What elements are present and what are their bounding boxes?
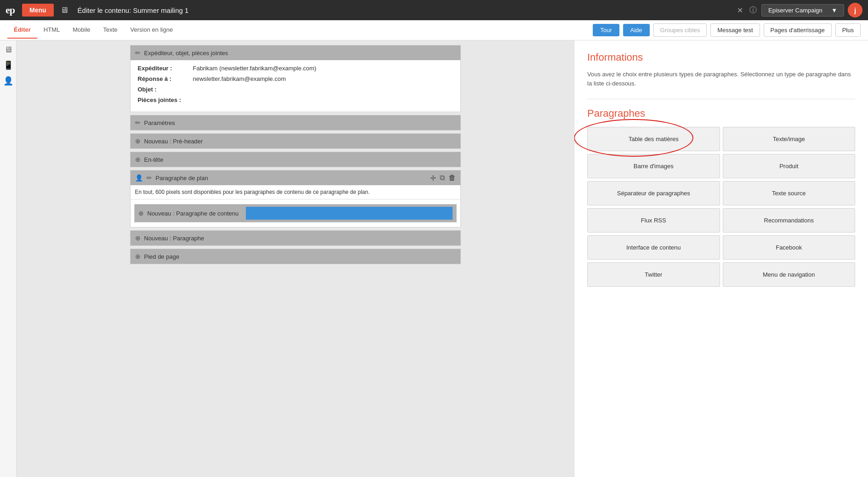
para-btn-separateur[interactable]: Séparateur de paragraphes [587, 181, 720, 205]
tab-mobile[interactable]: Mobile [66, 22, 96, 39]
nouveau-paragraphe-block: ⊕ Nouveau : Paragraphe [130, 230, 461, 246]
toolbar: Éditer HTML Mobile Texte Version en lign… [0, 20, 868, 40]
menu-button[interactable]: Menu [22, 4, 54, 17]
tour-button[interactable]: Tour [593, 24, 619, 36]
pied-page-plus-icon: ⊕ [135, 253, 141, 260]
para-btn-facebook[interactable]: Facebook [723, 235, 856, 260]
toolbar-actions: Tour Aide Groupes cibles Message test Pa… [593, 23, 861, 37]
texte-source-label: Texte source [772, 190, 806, 197]
plan-avatar-icon: 👤 [135, 174, 143, 182]
pied-page-label: Pied de page [144, 253, 180, 260]
preheader-header[interactable]: ⊕ Nouveau : Pré-header [130, 134, 460, 148]
entete-block: ⊕ En-tête [130, 152, 461, 167]
para-btn-produit[interactable]: Produit [723, 154, 856, 178]
tab-editer[interactable]: Éditer [7, 22, 37, 39]
nouveau-paragraphe-label: Nouveau : Paragraphe [144, 235, 204, 242]
objet-field: Objet : [138, 86, 453, 93]
top-nav: ep Menu 🖥 Éditer le contenu: Summer mail… [0, 0, 868, 20]
content-blue-bar [246, 207, 452, 220]
nouveau-contenu-label: Nouveau : Paragraphe de contenu [148, 210, 239, 217]
para-btn-recommandations[interactable]: Recommandations [723, 208, 856, 233]
mobile-icon[interactable]: 📱 [3, 60, 13, 70]
paragraphes-title: Paragraphes [587, 108, 855, 119]
left-sidebar: 🖥 📱 👤 [0, 40, 17, 477]
para-btn-menu-navigation[interactable]: Menu de navigation [723, 262, 856, 287]
entete-header[interactable]: ⊕ En-tête [130, 152, 460, 167]
preheader-plus-icon: ⊕ [135, 137, 141, 145]
plus-button[interactable]: Plus [835, 23, 861, 37]
menu-navigation-label: Menu de navigation [763, 271, 815, 278]
tab-texte[interactable]: Texte [97, 22, 124, 39]
page-title: Éditer le contenu: Summer mailing 1 [78, 6, 729, 14]
para-btn-twitter[interactable]: Twitter [587, 262, 720, 287]
pages-atterrissage-button[interactable]: Pages d'atterrissage [764, 23, 832, 37]
editor-wrapper: ✏ Expéditeur, objet, pièces jointes Expé… [130, 45, 461, 264]
instance-dropdown[interactable]: Episerver Campaign ▼ [761, 4, 844, 17]
toolbar-tabs: Éditer HTML Mobile Texte Version en lign… [7, 22, 593, 39]
groupes-cibles-button: Groupes cibles [653, 23, 707, 37]
tab-version-en-ligne[interactable]: Version en ligne [124, 22, 180, 39]
parametres-pencil-icon: ✏ [135, 119, 141, 126]
expediteur-field: Expéditeur : Fabrikam (newsletter.fabrik… [138, 65, 453, 72]
nav-right: Episerver Campaign ▼ j [761, 3, 862, 17]
help-icon[interactable]: ⓘ [749, 6, 757, 15]
dropdown-chevron-icon: ▼ [831, 7, 837, 14]
plan-label: Paragraphe de plan [156, 175, 208, 182]
info-text: Vous avez le choix entre plusieurs types… [587, 70, 855, 88]
recommandations-label: Recommandations [764, 217, 814, 224]
inbox-icon[interactable]: 🖥 [60, 6, 68, 15]
para-btn-table-matieres[interactable]: Table des matières [587, 127, 720, 151]
preheader-block: ⊕ Nouveau : Pré-header [130, 133, 461, 149]
plan-delete-icon[interactable]: 🗑 [448, 174, 456, 182]
nouveau-paragraphe-plus-icon: ⊕ [135, 234, 141, 242]
para-btn-flux-rss[interactable]: Flux RSS [587, 208, 720, 233]
facebook-label: Facebook [776, 244, 802, 251]
plan-move-icon[interactable]: ✛ [430, 174, 436, 182]
separateur-label: Séparateur de paragraphes [617, 190, 690, 197]
pieces-jointes-field-label: Pièces jointes : [138, 97, 193, 103]
plan-block: 👤 ✏ Paragraphe de plan ✛ ⧉ 🗑 En tout, 60… [130, 170, 461, 227]
nouveau-contenu-header[interactable]: ⊕ Nouveau : Paragraphe de contenu [135, 204, 456, 222]
parametres-header[interactable]: ✏ Paramètres [130, 115, 460, 130]
produit-label: Produit [779, 163, 798, 170]
reponse-field-label: Réponse à : [138, 75, 193, 82]
para-btn-texte-source[interactable]: Texte source [723, 181, 856, 205]
texte-image-label: Texte/image [773, 136, 805, 142]
twitter-label: Twitter [645, 271, 662, 278]
objet-field-label: Objet : [138, 86, 193, 93]
user-icon[interactable]: 👤 [3, 76, 13, 86]
expediteur-header[interactable]: ✏ Expéditeur, objet, pièces jointes [130, 45, 460, 60]
desktop-icon[interactable]: 🖥 [4, 45, 12, 55]
flux-rss-label: Flux RSS [641, 217, 666, 224]
close-icon[interactable]: ✕ [737, 6, 743, 15]
nouveau-paragraphe-header[interactable]: ⊕ Nouveau : Paragraphe [130, 231, 460, 245]
plan-header[interactable]: 👤 ✏ Paragraphe de plan ✛ ⧉ 🗑 [130, 170, 460, 185]
entete-label: En-tête [144, 156, 164, 163]
plan-copy-icon[interactable]: ⧉ [440, 174, 445, 182]
nouveau-contenu-block: ⊕ Nouveau : Paragraphe de contenu [134, 204, 457, 222]
entete-plus-icon: ⊕ [135, 156, 141, 163]
pencil-icon: ✏ [135, 49, 141, 57]
table-matieres-label: Table des matières [629, 136, 679, 142]
parametres-label: Paramètres [144, 119, 175, 126]
expediteur-block: ✏ Expéditeur, objet, pièces jointes Expé… [130, 45, 461, 112]
message-test-button[interactable]: Message test [710, 23, 760, 37]
pied-page-block: ⊕ Pied de page [130, 249, 461, 264]
instance-label: Episerver Campaign [768, 7, 823, 14]
pieces-jointes-field: Pièces jointes : [138, 97, 453, 103]
barre-images-label: Barre d'images [634, 163, 674, 170]
interface-contenu-label: Interface de contenu [626, 244, 681, 251]
right-panel: Informations Vous avez le choix entre pl… [574, 40, 868, 477]
reponse-field: Réponse à : newsletter.fabrikam@example.… [138, 75, 453, 82]
main-layout: 🖥 📱 👤 ✏ Expéditeur, objet, pièces jointe… [0, 40, 868, 477]
logo: ep [6, 4, 15, 16]
tab-html[interactable]: HTML [37, 22, 66, 39]
pied-page-header[interactable]: ⊕ Pied de page [130, 249, 460, 264]
aide-button[interactable]: Aide [623, 24, 650, 36]
para-btn-interface-contenu[interactable]: Interface de contenu [587, 235, 720, 260]
parametres-block: ✏ Paramètres [130, 115, 461, 131]
avatar[interactable]: j [848, 3, 862, 17]
para-btn-barre-images[interactable]: Barre d'images [587, 154, 720, 178]
preheader-label: Nouveau : Pré-header [144, 138, 203, 145]
para-btn-texte-image[interactable]: Texte/image [723, 127, 856, 151]
